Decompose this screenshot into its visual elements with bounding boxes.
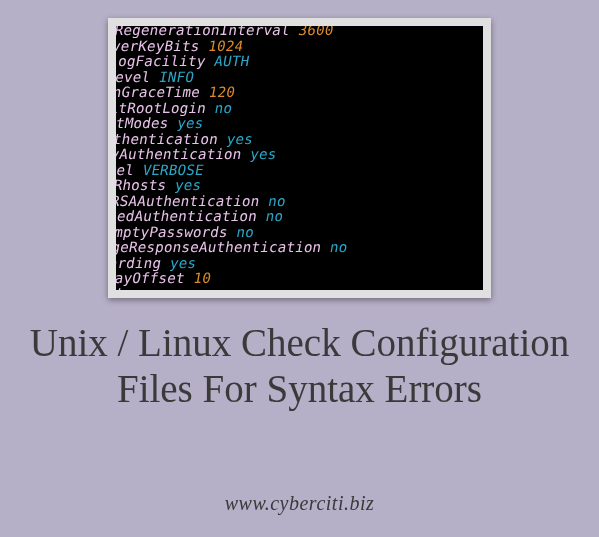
config-value: no [214, 100, 234, 116]
config-line: IgnoreRhosts yes [108, 178, 430, 194]
config-key: ServerKeyBits [108, 38, 201, 54]
config-key: PermitEmptyPasswords [108, 224, 229, 240]
config-key: X11DisplayOffset [108, 270, 186, 286]
config-value: yes [176, 115, 205, 131]
config-value: no [267, 193, 287, 209]
config-key: LogLevel [108, 162, 136, 178]
config-value: no [128, 286, 148, 299]
config-value: yes [169, 255, 198, 271]
config-value: 3600 [297, 22, 335, 38]
config-line: HostbasedAuthentication no [108, 209, 424, 225]
config-key: PubkeyAuthentication [108, 146, 243, 162]
config-value: 10 [192, 270, 212, 286]
config-value: AUTH [213, 53, 251, 69]
config-line: LogLevel INFO [108, 70, 449, 86]
config-value: 1024 [207, 38, 245, 54]
config-line: PrintMotd no [108, 287, 411, 299]
config-value: INFO [158, 69, 196, 85]
config-line: PermitEmptyPasswords no [108, 225, 421, 241]
config-value: no [235, 224, 255, 240]
config-key: RSAAuthentication [108, 131, 220, 147]
config-value: 120 [208, 84, 237, 100]
config-value: yes [226, 131, 255, 147]
config-key: RhostsRSAAuthentication [108, 193, 261, 209]
config-line: LogLevel VERBOSE [108, 163, 432, 179]
config-key: LoginGraceTime [108, 84, 202, 100]
config-key: X11Forwarding [108, 255, 163, 271]
config-key: StrictModes [108, 115, 170, 131]
config-line: SyslogFacility AUTH [108, 54, 452, 70]
config-line: PubkeyAuthentication yes [108, 147, 435, 163]
config-line: LoginGraceTime 120 [108, 85, 446, 101]
config-line: ServerKeyBits 1024 [108, 39, 454, 55]
config-key: SyslogFacility [108, 53, 207, 69]
config-line: PermitRootLogin no [108, 101, 443, 117]
config-value: yes [249, 146, 278, 162]
terminal-output: KeyRegenerationInterval 3600ServerKeyBit… [108, 23, 457, 298]
config-line: ChallengeResponseAuthentication no [108, 240, 419, 256]
config-line: KeyRegenerationInterval 3600 [108, 23, 457, 39]
config-key: PrintMotd [108, 286, 122, 299]
config-key: KeyRegenerationInterval [108, 22, 291, 38]
config-value: no [264, 208, 284, 224]
config-value: yes [174, 177, 203, 193]
config-key: IgnoreRhosts [108, 177, 168, 193]
config-key: HostbasedAuthentication [108, 208, 258, 224]
config-key: PermitRootLogin [108, 100, 208, 116]
config-line: X11DisplayOffset 10 [108, 271, 413, 287]
config-key: LogLevel [108, 69, 152, 85]
config-value: VERBOSE [141, 162, 205, 178]
site-url: www.cyberciti.biz [0, 492, 599, 515]
article-title: Unix / Linux Check Configuration Files F… [0, 320, 599, 412]
config-key: ChallengeResponseAuthentication [108, 239, 323, 255]
config-line: X11Forwarding yes [108, 256, 416, 272]
config-line: StrictModes yes [108, 116, 441, 132]
config-line: RSAAuthentication yes [108, 132, 438, 148]
terminal-frame: KeyRegenerationInterval 3600ServerKeyBit… [108, 18, 491, 298]
config-value: no [329, 239, 349, 255]
config-line: RhostsRSAAuthentication no [108, 194, 427, 210]
